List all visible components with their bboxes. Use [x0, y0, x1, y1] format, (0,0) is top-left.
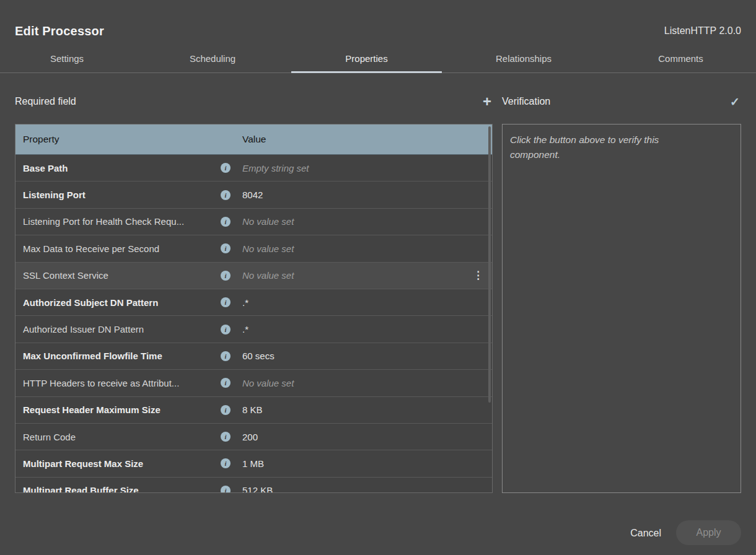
edit-processor-dialog: { "header": { "title": "Edit Processor",…	[0, 0, 756, 555]
property-value: Empty string set	[242, 163, 485, 173]
property-value: .*	[242, 297, 485, 308]
info-icon[interactable]: i	[221, 405, 231, 415]
property-value: No value set	[242, 270, 472, 281]
property-name: Return Code	[23, 432, 219, 442]
info-icon[interactable]: i	[221, 325, 231, 334]
table-row[interactable]: Multipart Read Buffer Size i 512 KB	[15, 478, 492, 493]
property-value: No value set	[242, 378, 485, 388]
table-row[interactable]: Listening Port i 8042	[15, 181, 492, 208]
dialog-body: Required field + Property Value Base Pat…	[0, 73, 756, 493]
plus-icon: +	[483, 93, 491, 110]
info-icon[interactable]: i	[221, 486, 231, 493]
info-icon[interactable]: i	[221, 243, 231, 253]
property-name: Authorized Issuer DN Pattern	[23, 324, 219, 334]
property-name: SSL Context Service	[23, 270, 219, 281]
tab-settings[interactable]: Settings	[0, 45, 134, 72]
info-icon[interactable]: i	[221, 297, 231, 307]
property-value: 8 KB	[242, 404, 485, 415]
more-options-icon[interactable]: ⋮	[472, 270, 485, 281]
column-header-value: Value	[242, 134, 266, 145]
verification-panel: Verification ✓ Click the button above to…	[502, 73, 741, 493]
verify-button[interactable]: ✓	[729, 96, 741, 108]
add-property-button[interactable]: +	[481, 94, 493, 109]
table-rows: Base Path i Empty string set Listening P…	[15, 155, 492, 493]
property-value: .*	[242, 324, 485, 334]
property-value: 512 KB	[242, 485, 485, 493]
property-name: Listening Port for Health Check Requ...	[23, 216, 219, 227]
checkmark-icon: ✓	[730, 95, 740, 108]
tab-relationships[interactable]: Relationships	[442, 45, 605, 72]
table-row[interactable]: SSL Context Service i No value set ⋮	[15, 263, 492, 289]
table-row[interactable]: Max Data to Receive per Second i No valu…	[15, 235, 492, 262]
table-row[interactable]: Return Code i 200	[15, 424, 492, 450]
table-header-row: Property Value	[15, 125, 492, 155]
property-name: Authorized Subject DN Pattern	[23, 297, 219, 308]
table-row[interactable]: Authorized Issuer DN Pattern i .*	[15, 316, 492, 343]
property-name: Max Data to Receive per Second	[23, 243, 219, 254]
property-name: Multipart Request Max Size	[23, 458, 219, 469]
info-icon[interactable]: i	[221, 432, 231, 442]
verification-results: Click the button above to verify this co…	[502, 124, 741, 493]
property-value: No value set	[242, 243, 485, 254]
table-row[interactable]: Authorized Subject DN Pattern i .*	[15, 289, 492, 316]
property-name: HTTP Headers to receive as Attribut...	[23, 378, 219, 388]
table-row[interactable]: Listening Port for Health Check Requ... …	[15, 209, 492, 235]
property-name: Listening Port	[23, 190, 219, 200]
info-icon[interactable]: i	[221, 217, 231, 227]
properties-table: Property Value Base Path i Empty string …	[15, 124, 493, 493]
table-row[interactable]: Max Unconfirmed Flowfile Time i 60 secs	[15, 343, 492, 370]
verification-label: Verification	[502, 96, 550, 107]
dialog-footer: Cancel Apply	[0, 493, 756, 555]
table-row[interactable]: Request Header Maximum Size i 8 KB	[15, 397, 492, 424]
tab-scheduling[interactable]: Scheduling	[134, 45, 291, 72]
property-name: Request Header Maximum Size	[23, 404, 219, 415]
cancel-button[interactable]: Cancel	[630, 522, 661, 545]
tab-comments[interactable]: Comments	[605, 45, 756, 72]
table-row[interactable]: Multipart Request Max Size i 1 MB	[15, 450, 492, 477]
dialog-header: Edit Processor ListenHTTP 2.0.0	[0, 0, 756, 45]
column-header-property: Property	[23, 134, 231, 145]
required-field-label: Required field	[15, 96, 76, 107]
tab-bar: Settings Scheduling Properties Relations…	[0, 45, 756, 73]
info-icon[interactable]: i	[221, 190, 231, 200]
property-name: Base Path	[23, 163, 219, 173]
property-value: 8042	[242, 190, 485, 200]
property-value: 1 MB	[242, 458, 485, 469]
info-icon[interactable]: i	[221, 271, 231, 281]
info-icon[interactable]: i	[221, 163, 231, 173]
tab-properties[interactable]: Properties	[291, 45, 442, 72]
table-scrollbar[interactable]	[488, 126, 491, 403]
table-row[interactable]: Base Path i Empty string set	[15, 155, 492, 181]
properties-panel: Required field + Property Value Base Pat…	[15, 73, 493, 493]
page-title: Edit Processor	[15, 24, 104, 38]
property-value: 60 secs	[242, 351, 485, 361]
property-value: No value set	[242, 216, 485, 227]
processor-type-version: ListenHTTP 2.0.0	[664, 25, 741, 37]
table-row[interactable]: HTTP Headers to receive as Attribut... i…	[15, 370, 492, 396]
property-name: Multipart Read Buffer Size	[23, 485, 219, 493]
info-icon[interactable]: i	[221, 458, 231, 468]
info-icon[interactable]: i	[221, 378, 231, 388]
apply-button[interactable]: Apply	[676, 520, 741, 545]
info-icon[interactable]: i	[221, 351, 231, 361]
property-value: 200	[242, 432, 485, 442]
verification-message: Click the button above to verify this co…	[510, 133, 708, 162]
property-name: Max Unconfirmed Flowfile Time	[23, 351, 219, 361]
